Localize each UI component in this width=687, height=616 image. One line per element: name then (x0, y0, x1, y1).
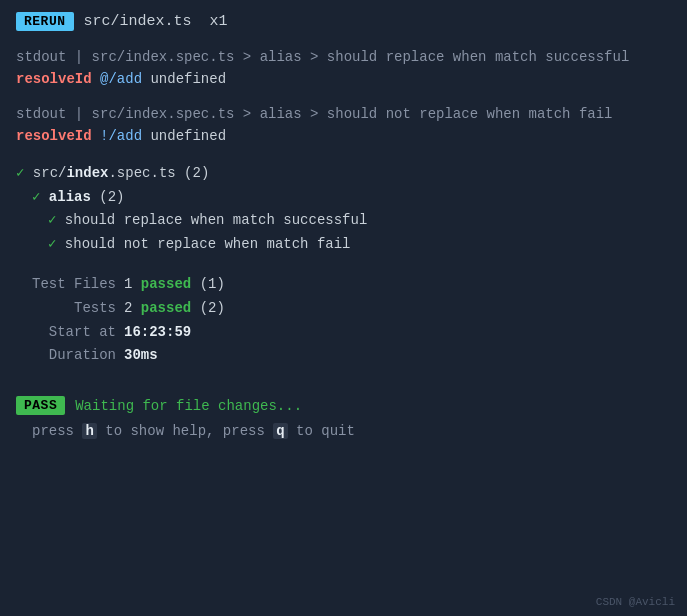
results-block: ✓ src/index.spec.ts (2) ✓ alias (2) ✓ sh… (16, 162, 671, 257)
check-test2-icon: ✓ (48, 236, 56, 252)
stats-row-start: Start at 16:23:59 (16, 321, 671, 345)
help-key-h: h (82, 423, 96, 439)
resolve-line-2: resolveId !/add undefined (16, 126, 671, 148)
stats-duration-value: 30ms (124, 344, 158, 368)
pass-bar: PASS Waiting for file changes... (16, 396, 671, 415)
result-suite: ✓ alias (2) (16, 186, 671, 210)
result-test-2: ✓ should not replace when match fail (16, 233, 671, 257)
stats-start-value: 16:23:59 (124, 321, 191, 345)
result-test-1: ✓ should replace when match successful (16, 209, 671, 233)
stdout-line-2: stdout | src/index.spec.ts > alias > sho… (16, 104, 671, 126)
stdout-block-1: stdout | src/index.spec.ts > alias > sho… (16, 47, 671, 90)
resolve-path-1: @/add (100, 71, 142, 87)
watermark: CSDN @Avicli (596, 596, 675, 608)
help-line: press h to show help, press q to quit (16, 423, 671, 439)
check-test1-icon: ✓ (48, 212, 56, 228)
stdout-line-1: stdout | src/index.spec.ts > alias > sho… (16, 47, 671, 69)
spacer (16, 388, 671, 396)
stats-tests-value: 2 passed (2) (124, 297, 225, 321)
help-key-q: q (273, 423, 287, 439)
pass-message: Waiting for file changes... (75, 398, 302, 414)
check-suite-icon: ✓ (32, 189, 40, 205)
stats-row-files: Test Files 1 passed (1) (16, 273, 671, 297)
stdout-block-2: stdout | src/index.spec.ts > alias > sho… (16, 104, 671, 147)
resolve-line-1: resolveId @/add undefined (16, 69, 671, 91)
result-file: ✓ src/index.spec.ts (2) (16, 162, 671, 186)
rerun-path: src/index.ts x1 (84, 13, 228, 30)
resolve-key-2: resolveId (16, 128, 92, 144)
stats-block: Test Files 1 passed (1) Tests 2 passed (… (16, 273, 671, 368)
stats-duration-label: Duration (16, 344, 116, 368)
resolve-path-2: !/add (100, 128, 142, 144)
stats-tests-label: Tests (16, 297, 116, 321)
tests-passed-badge: passed (141, 300, 191, 316)
resolve-value-2: undefined (150, 128, 226, 144)
files-passed-badge: passed (141, 276, 191, 292)
rerun-badge: RERUN (16, 12, 74, 31)
stats-start-label: Start at (16, 321, 116, 345)
resolve-value-1: undefined (150, 71, 226, 87)
stats-files-label: Test Files (16, 273, 116, 297)
terminal: RERUN src/index.ts x1 stdout | src/index… (0, 0, 687, 616)
check-file-icon: ✓ (16, 165, 24, 181)
resolve-key-1: resolveId (16, 71, 92, 87)
stats-row-duration: Duration 30ms (16, 344, 671, 368)
stats-files-value: 1 passed (1) (124, 273, 225, 297)
stats-row-tests: Tests 2 passed (2) (16, 297, 671, 321)
pass-badge: PASS (16, 396, 65, 415)
rerun-bar: RERUN src/index.ts x1 (16, 12, 671, 31)
